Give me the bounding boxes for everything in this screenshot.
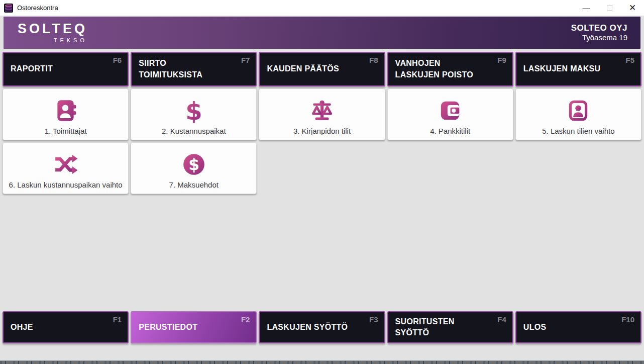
balance-scale-icon bbox=[309, 98, 335, 123]
suoritusten-syotto-label: SUORITUSTEN SYÖTTÖ bbox=[395, 316, 455, 339]
window-title: Ostoreskontra bbox=[17, 4, 58, 12]
vanhojen-laskujen-poisto-label: VANHOJEN LASKUJEN POISTO bbox=[395, 58, 473, 80]
tile-kustannuspaikat-label: 2. Kustannuspaikat bbox=[162, 127, 226, 135]
tile-pankkitilit-label: 4. Pankkitilit bbox=[430, 127, 470, 135]
tile-maksuehdot-label: 7. Maksuehdot bbox=[169, 180, 219, 189]
maximize-icon bbox=[607, 5, 612, 11]
minimize-button[interactable]: — bbox=[575, 0, 598, 16]
logo-sub-text: TEKSO bbox=[18, 37, 87, 43]
tile-laskun-tilien-vaihto[interactable]: 5. Laskun tilien vaihto bbox=[515, 88, 641, 140]
kauden-paatos-label: KAUDEN PÄÄTÖS bbox=[267, 63, 339, 74]
laskujen-maksu-label: LASKUJEN MAKSU bbox=[523, 63, 601, 74]
tile-kirjanpidon-tilit[interactable]: 3. Kirjanpidon tilit bbox=[259, 88, 385, 140]
dollar-circle-icon: $ bbox=[181, 152, 206, 177]
portrait-icon bbox=[566, 98, 591, 123]
siirto-toimituksista-label: SIIRTO TOIMITUKSISTA bbox=[139, 58, 202, 80]
perustiedot-label: PERUSTIEDOT bbox=[139, 322, 197, 333]
tile-laskun-tilien-vaihto-label: 5. Laskun tilien vaihto bbox=[542, 127, 614, 135]
svg-text:$: $ bbox=[185, 98, 202, 123]
maximize-button[interactable] bbox=[598, 0, 621, 16]
empty-workspace bbox=[0, 194, 644, 311]
tile-grid: 1. Toimittajat $ 2. Kustannuspaikat 3. bbox=[0, 88, 644, 194]
ohje-button[interactable]: OHJE F1 bbox=[3, 311, 129, 343]
siirto-toimituksista-fkey: F7 bbox=[241, 56, 250, 64]
perustiedot-button[interactable]: PERUSTIEDOT F2 bbox=[131, 311, 257, 343]
tile-toimittajat-label: 1. Toimittajat bbox=[45, 127, 87, 135]
taskbar-edge-strip bbox=[0, 360, 644, 364]
ulos-label: ULOS bbox=[523, 322, 547, 333]
laskujen-syotto-fkey: F3 bbox=[369, 315, 378, 324]
tile-kirjanpidon-tilit-label: 3. Kirjanpidon tilit bbox=[293, 127, 351, 135]
laskujen-syotto-label: LASKUJEN SYÖTTÖ bbox=[267, 322, 348, 333]
raportit-label: RAPORTIT bbox=[11, 63, 53, 74]
suoritusten-syotto-button[interactable]: SUORITUSTEN SYÖTTÖ F4 bbox=[387, 311, 513, 343]
laskujen-maksu-button[interactable]: LASKUJEN MAKSU F5 bbox=[515, 52, 641, 86]
tile-pankkitilit[interactable]: 4. Pankkitilit bbox=[387, 88, 513, 140]
kauden-paatos-fkey: F8 bbox=[369, 56, 378, 64]
bottom-gap bbox=[0, 343, 644, 360]
tile-toimittajat[interactable]: 1. Toimittajat bbox=[3, 88, 129, 140]
workstation-label: Työasema 19 bbox=[571, 33, 627, 43]
laskujen-maksu-fkey: F5 bbox=[625, 56, 634, 64]
ohje-fkey: F1 bbox=[113, 315, 122, 324]
vanhojen-laskujen-poisto-button[interactable]: VANHOJEN LASKUJEN POISTO F9 bbox=[387, 52, 513, 86]
logo-main-text: SOLTEQ bbox=[18, 22, 87, 36]
ohje-label: OHJE bbox=[11, 322, 33, 333]
tile-kustannuspaikat[interactable]: $ 2. Kustannuspaikat bbox=[131, 88, 257, 140]
tile-maksuehdot[interactable]: $ 7. Maksuehdot bbox=[131, 142, 257, 194]
svg-text:$: $ bbox=[188, 155, 199, 173]
vanhojen-laskujen-poisto-fkey: F9 bbox=[497, 56, 506, 64]
top-button-row: RAPORTIT F6 SIIRTO TOIMITUKSISTA F7 KAUD… bbox=[0, 52, 644, 86]
title-bar: Ostoreskontra — ✕ bbox=[0, 0, 644, 16]
address-book-icon bbox=[53, 98, 78, 123]
ulos-button[interactable]: ULOS F10 bbox=[515, 311, 641, 343]
tile-laskun-kustannuspaikan-vaihto[interactable]: 6. Laskun kustannuspaikan vaihto bbox=[3, 142, 129, 194]
shuffle-arrows-icon bbox=[53, 152, 78, 177]
solteq-app-icon bbox=[4, 4, 13, 13]
app-header: SOLTEQ TEKSO SOLTEO OYJ Työasema 19 bbox=[4, 17, 640, 49]
solteq-tekso-logo: SOLTEQ TEKSO bbox=[18, 22, 87, 43]
raportit-button[interactable]: RAPORTIT F6 bbox=[3, 52, 129, 86]
company-name: SOLTEO OYJ bbox=[571, 23, 627, 33]
perustiedot-fkey: F2 bbox=[241, 315, 250, 324]
laskujen-syotto-button[interactable]: LASKUJEN SYÖTTÖ F3 bbox=[259, 311, 385, 343]
dollar-icon: $ bbox=[181, 98, 206, 123]
bottom-button-row: OHJE F1 PERUSTIEDOT F2 LASKUJEN SYÖTTÖ F… bbox=[0, 311, 644, 343]
kauden-paatos-button[interactable]: KAUDEN PÄÄTÖS F8 bbox=[259, 52, 385, 86]
raportit-fkey: F6 bbox=[113, 56, 122, 64]
ulos-fkey: F10 bbox=[621, 315, 634, 324]
close-button[interactable]: ✕ bbox=[621, 0, 644, 16]
tile-laskun-kustannuspaikan-vaihto-label: 6. Laskun kustannuspaikan vaihto bbox=[9, 180, 123, 189]
suoritusten-syotto-fkey: F4 bbox=[497, 315, 506, 324]
wallet-icon bbox=[438, 98, 463, 123]
siirto-toimituksista-button[interactable]: SIIRTO TOIMITUKSISTA F7 bbox=[131, 52, 257, 86]
